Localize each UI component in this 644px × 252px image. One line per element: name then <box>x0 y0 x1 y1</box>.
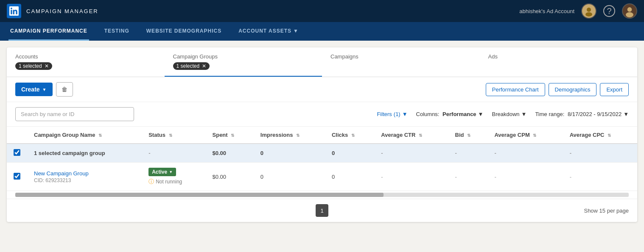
tab-accounts-title: Accounts <box>15 53 156 60</box>
status-badge[interactable]: Active ▼ <box>148 168 176 176</box>
svg-point-4 <box>627 7 632 12</box>
horizontal-scrollbar-area <box>7 191 637 199</box>
tab-campaign-groups-title: Campaign Groups <box>173 53 314 60</box>
row-campaign-group-name-cell: New Campaign Group CID: 629233213 <box>27 163 142 191</box>
row-clicks: 0 <box>325 163 374 191</box>
top-bar-right: abhishek's Ad Account ? <box>519 3 637 19</box>
row-spent: $0.00 <box>206 163 254 191</box>
row-avg-ctr: - <box>374 163 448 191</box>
filters-right: Filters (1) ▼ Columns: Performance ▼ Bre… <box>377 111 629 117</box>
summary-status: - <box>142 144 205 163</box>
tab-accounts[interactable]: Accounts 1 selected ✕ <box>7 47 165 77</box>
svg-point-2 <box>585 12 592 17</box>
main-content: Accounts 1 selected ✕ Campaign Groups 1 … <box>7 47 637 222</box>
header-clicks[interactable]: Clicks ⇅ <box>325 127 374 144</box>
svg-point-5 <box>626 12 633 17</box>
nav-item-campaign-performance[interactable]: CAMPAIGN PERFORMANCE <box>8 22 89 41</box>
user-avatar[interactable] <box>622 3 637 19</box>
sort-icon-avg-cpm: ⇅ <box>533 133 536 138</box>
tab-campaigns-title: Campaigns <box>330 53 471 60</box>
performance-chart-button[interactable]: Performance Chart <box>486 83 545 96</box>
time-range-chevron-icon: ▼ <box>623 111 629 117</box>
header-avg-ctr[interactable]: Average CTR ⇅ <box>374 127 448 144</box>
page-numbers: 1 <box>316 204 328 217</box>
filters-row: Filters (1) ▼ Columns: Performance ▼ Bre… <box>7 102 637 127</box>
columns-value: Performance <box>442 111 476 117</box>
row-bid: - <box>448 163 488 191</box>
time-range-control[interactable]: Time range: 8/17/2022 - 9/15/2022 ▼ <box>535 111 629 117</box>
top-bar-left: CAMPAIGN MANAGER <box>7 4 98 18</box>
info-icon: ⓘ <box>148 178 154 186</box>
campaign-group-name-link[interactable]: New Campaign Group <box>34 170 89 177</box>
summary-clicks: 0 <box>325 144 374 163</box>
delete-button[interactable]: 🗑 <box>56 82 73 97</box>
tab-accounts-close-icon[interactable]: ✕ <box>45 63 49 69</box>
summary-name: 1 selected campaign group <box>27 144 142 163</box>
sort-icon-avg-ctr: ⇅ <box>419 133 422 138</box>
tab-campaign-groups[interactable]: Campaign Groups 1 selected ✕ <box>165 47 322 77</box>
sort-icon-spent: ⇅ <box>231 133 234 138</box>
header-impressions[interactable]: Impressions ⇅ <box>254 127 325 144</box>
breakdown-button[interactable]: Breakdown ▼ <box>492 111 526 117</box>
tab-campaign-groups-close-icon[interactable]: ✕ <box>202 63 206 69</box>
linkedin-logo <box>7 4 21 18</box>
top-bar: CAMPAIGN MANAGER abhishek's Ad Account ? <box>0 0 644 22</box>
status-chevron-icon: ▼ <box>169 170 173 174</box>
table-header-row: Campaign Group Name ⇅ Status ⇅ Spent ⇅ I… <box>7 127 637 144</box>
header-avg-cpm[interactable]: Average CPM ⇅ <box>487 127 563 144</box>
table-row-summary: 1 selected campaign group - $0.00 0 0 - … <box>7 144 637 163</box>
header-campaign-group-name[interactable]: Campaign Group Name ⇅ <box>27 127 142 144</box>
header-bid[interactable]: Bid ⇅ <box>448 127 488 144</box>
table-row: New Campaign Group CID: 629233213 Active… <box>7 163 637 191</box>
campaign-groups-table: Campaign Group Name ⇅ Status ⇅ Spent ⇅ I… <box>7 127 637 191</box>
columns-control[interactable]: Columns: Performance ▼ <box>416 111 484 117</box>
columns-label: Columns: <box>416 111 441 117</box>
breakdown-chevron-icon: ▼ <box>521 111 527 117</box>
page-1-button[interactable]: 1 <box>316 204 328 217</box>
header-checkbox-cell <box>7 127 27 144</box>
tab-campaign-groups-badge: 1 selected ✕ <box>173 62 210 70</box>
tab-ads[interactable]: Ads <box>480 47 638 77</box>
delete-icon: 🗑 <box>62 86 67 93</box>
toolbar: Create ▼ 🗑 Performance Chart Demographic… <box>7 77 637 102</box>
filters-button[interactable]: Filters (1) ▼ <box>377 111 407 117</box>
svg-point-1 <box>587 8 591 12</box>
nav-item-account-assets[interactable]: ACCOUNT ASSETS ▼ <box>237 22 300 41</box>
nav-item-testing[interactable]: TESTING <box>103 22 131 41</box>
sort-icon-bid: ⇅ <box>467 133 470 138</box>
summary-bid: - <box>448 144 488 163</box>
header-spent[interactable]: Spent ⇅ <box>206 127 254 144</box>
row-avg-cpc: - <box>563 163 637 191</box>
time-range-label: Time range: <box>535 111 566 117</box>
nav-item-website-demographics[interactable]: WEBSITE DEMOGRAPHICS <box>145 22 223 41</box>
export-button[interactable]: Export <box>600 83 629 96</box>
tab-campaigns[interactable]: Campaigns <box>322 47 480 77</box>
not-running-label: Not running <box>156 179 182 185</box>
row-checkbox[interactable] <box>14 173 20 180</box>
columns-chevron-icon: ▼ <box>478 111 484 117</box>
summary-checkbox-cell <box>7 144 27 163</box>
header-avg-cpc[interactable]: Average CPC ⇅ <box>563 127 637 144</box>
search-input[interactable] <box>15 107 134 121</box>
create-label: Create <box>21 86 40 93</box>
time-range-value: 8/17/2022 - 9/15/2022 <box>568 111 622 117</box>
not-running-indicator: ⓘ Not running <box>148 178 199 186</box>
account-label: abhishek's Ad Account <box>519 8 574 14</box>
filters-count: (1) <box>394 111 400 117</box>
demographics-button[interactable]: Demographics <box>549 83 597 96</box>
account-avatar[interactable] <box>581 3 596 19</box>
help-icon[interactable]: ? <box>603 5 615 17</box>
pagination-row: 1 Show 15 per page <box>7 199 637 222</box>
app-title: CAMPAIGN MANAGER <box>26 8 98 14</box>
summary-spent: $0.00 <box>206 144 254 163</box>
sort-icon-status: ⇅ <box>169 133 172 138</box>
create-button[interactable]: Create ▼ <box>15 83 53 96</box>
header-status[interactable]: Status ⇅ <box>142 127 205 144</box>
summary-checkbox[interactable] <box>14 149 20 156</box>
summary-avg-cpc: - <box>563 144 637 163</box>
account-assets-chevron-icon: ▼ <box>293 28 299 34</box>
sort-icon-name: ⇅ <box>98 133 102 138</box>
tab-accounts-badge: 1 selected ✕ <box>15 62 52 70</box>
sort-icon-impressions: ⇅ <box>296 133 300 138</box>
breakdown-label: Breakdown <box>492 111 519 117</box>
